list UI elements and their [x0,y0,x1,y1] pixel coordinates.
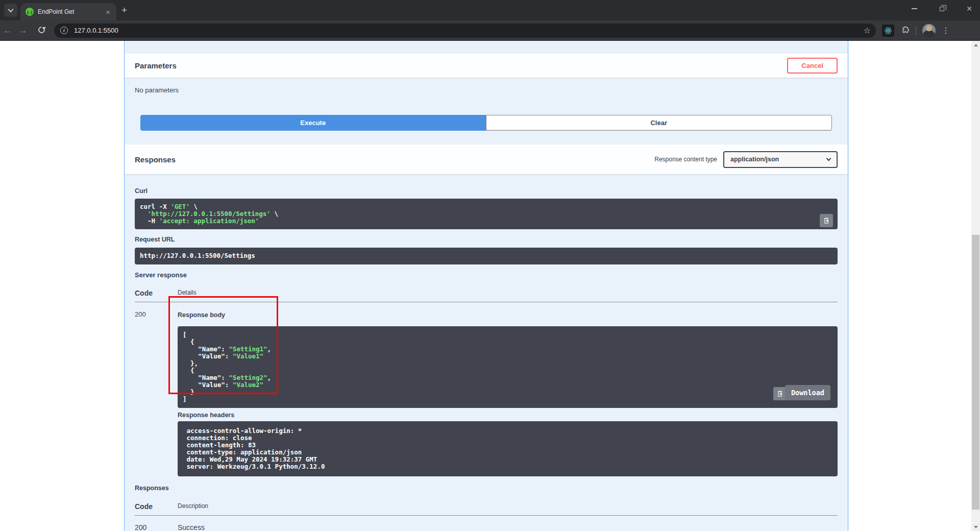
clipboard-icon [823,217,830,224]
swagger-page: Parameters Cancel No parameters Execute … [0,41,980,531]
clipboard-icon [776,390,783,397]
responses-table-title: Responses [135,485,838,492]
window-controls: × [908,0,976,17]
response-headers-label: Response headers [178,412,838,419]
arrow-up-icon [974,42,978,46]
description-column-header: Description [178,502,208,511]
response-headers-block: access-control-allow-origin: * connectio… [178,421,838,476]
status-code: 200 [135,310,178,476]
content-type-wrap: Response content type application/json [654,151,838,168]
browser-tab[interactable]: {..} EndPoint Get × [20,3,116,20]
download-button[interactable]: Download [785,385,830,400]
request-url-label: Request URL [135,236,838,243]
request-url-block: http://127.0.0.1:5500/Settings [135,248,838,264]
toolbar-separator [916,26,916,35]
browser-tab-bar: {..} EndPoint Get × + × [0,0,980,20]
chevron-down-icon [826,156,831,161]
server-response-title: Server response [135,271,838,279]
parameters-header: Parameters Cancel [125,54,848,78]
browser-menu-button[interactable]: ⋮ [942,26,950,35]
response-body-label: Response body [178,311,838,319]
response-details-cell: Response body Download [ { "Name": "Sett… [178,310,838,476]
content-type-label: Response content type [654,156,717,163]
address-bar[interactable]: i 127.0.0.1:5500 ☆ [54,23,876,38]
extension-area: ⋮ [882,24,955,37]
responses-table-row: 200 Success [135,523,838,531]
extensions-button[interactable] [900,25,910,36]
chevron-down-icon [8,7,13,12]
scrollbar-thumb[interactable] [972,235,979,510]
tab-title: EndPoint Get [38,8,104,15]
back-button[interactable]: ← [0,26,15,36]
curl-code-block: curl -X 'GET' \ 'http://127.0.0.1:5500/S… [135,199,838,229]
forward-button[interactable]: → [15,26,31,36]
scroll-up-button[interactable] [971,41,980,49]
code-column-header: Code [135,289,178,297]
close-button[interactable]: × [963,2,976,15]
code-column-header: Code [135,502,178,511]
details-column-header: Details [178,289,197,297]
minimize-button[interactable] [908,2,921,15]
swagger-operation-block: Parameters Cancel No parameters Execute … [124,41,848,531]
execute-button[interactable]: Execute [140,115,486,131]
atom-icon [884,27,892,35]
curl-label: Curl [135,187,838,195]
content-type-select[interactable]: application/json [723,151,838,168]
puzzle-icon [900,25,910,34]
reload-button[interactable] [34,26,49,36]
new-tab-button[interactable]: + [121,5,127,16]
content-type-value: application/json [730,156,779,163]
cancel-button[interactable]: Cancel [787,58,838,74]
clear-button[interactable]: Clear [486,115,832,131]
reload-icon [37,25,46,34]
responses-body: Curl curl -X 'GET' \ 'http://127.0.0.1:5… [125,187,848,531]
bookmark-star-icon[interactable]: ☆ [864,26,871,35]
response-code: 200 [135,523,178,531]
tab-close-icon[interactable]: × [104,7,112,17]
scroll-down-button[interactable] [971,523,980,531]
profile-avatar[interactable] [922,24,936,37]
parameters-title: Parameters [135,61,177,70]
site-info-icon[interactable]: i [60,27,68,34]
restore-icon [940,7,944,11]
swagger-favicon-icon: {..} [26,8,34,16]
response-description: Success [178,523,205,531]
execute-row: Execute Clear [140,115,832,131]
server-response-table-header: Code Details [135,289,838,302]
minimize-icon [912,8,917,9]
responses-title: Responses [135,155,176,164]
no-parameters-text: No parameters [125,78,848,94]
react-devtools-icon[interactable] [882,25,894,37]
copy-curl-button[interactable] [820,214,833,227]
response-body-block: Download [ { "Name": "Setting1", "Value"… [178,326,838,408]
responses-header: Responses Response content type applicat… [125,144,848,174]
server-response-row: 200 Response body Download [ { "Name" [135,310,838,476]
scrollbar[interactable] [971,41,980,531]
arrow-down-icon [974,526,978,530]
restore-button[interactable] [935,2,948,15]
browser-toolbar: ← → i 127.0.0.1:5500 ☆ ⋮ [0,20,980,41]
responses-table-header: Code Description [135,502,838,516]
close-icon: × [967,4,972,13]
tab-search-button[interactable] [4,4,17,17]
url-text[interactable]: 127.0.0.1:5500 [74,27,864,34]
